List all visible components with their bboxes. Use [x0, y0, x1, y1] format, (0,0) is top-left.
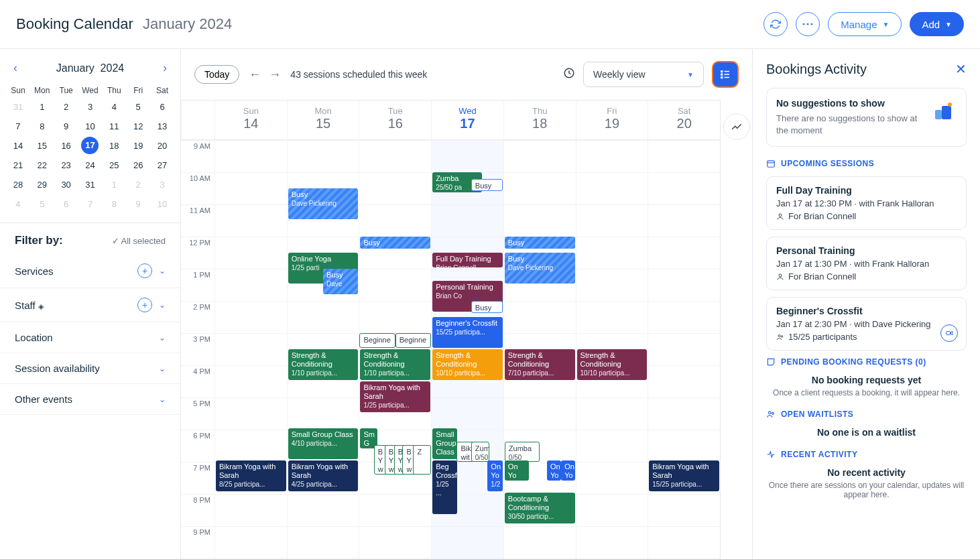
today-button[interactable]: Today [194, 65, 239, 84]
mini-calendar-day[interactable]: 9 [55, 117, 78, 135]
mini-calendar-day[interactable]: 6 [55, 195, 78, 213]
mini-calendar-day[interactable]: 8 [103, 195, 125, 213]
mini-calendar-day[interactable]: 1 [103, 176, 125, 194]
calendar-event[interactable]: On Yo [561, 460, 574, 481]
mini-calendar-day[interactable]: 14 [7, 137, 29, 155]
mini-calendar-day[interactable]: 27 [151, 156, 174, 174]
calendar-event[interactable]: BusyDave Pickering [505, 253, 575, 284]
mini-calendar-day[interactable]: 31 [7, 98, 29, 116]
calendar-event[interactable]: Beginne [395, 333, 431, 348]
mini-calendar-day[interactable]: 31 [79, 176, 102, 194]
upcoming-session-card[interactable]: Personal TrainingJan 17 at 1:30 PM · wit… [766, 237, 967, 290]
add-filter-icon[interactable]: + [137, 263, 152, 278]
calendar-event[interactable]: Strength & Conditioning1/10 participa... [360, 349, 430, 380]
upcoming-session-card[interactable]: Full Day TrainingJan 17 at 12:30 PM · wi… [766, 176, 967, 230]
filter-row-location[interactable]: Location⌄ [0, 322, 180, 353]
mini-calendar-day[interactable]: 10 [151, 195, 174, 213]
manage-button[interactable]: Manage ▼ [828, 12, 902, 36]
add-button[interactable]: Add ▼ [910, 12, 964, 36]
prev-month-button[interactable]: ‹ [11, 58, 20, 78]
day-header[interactable]: Wed17 [431, 101, 503, 139]
day-header[interactable]: Sat20 [648, 101, 720, 139]
mini-calendar-day[interactable]: 2 [127, 176, 149, 194]
calendar-event[interactable]: Beginne [359, 333, 395, 348]
calendar-event[interactable]: Strength & Conditioning10/10 participa..… [432, 349, 503, 380]
mini-calendar-day[interactable]: 11 [103, 117, 125, 135]
view-select[interactable]: Weekly view ▼ [583, 62, 704, 87]
calendar-event[interactable]: Bikram Yoga with Sarah1/25 participa... [360, 381, 430, 412]
mini-calendar-day[interactable]: 30 [55, 176, 78, 194]
close-button[interactable]: ✕ [955, 61, 967, 77]
mic-icon[interactable] [563, 67, 575, 82]
mini-calendar-day[interactable]: 25 [103, 156, 125, 174]
next-month-button[interactable]: › [160, 58, 170, 78]
mini-calendar-day[interactable]: 17 [81, 137, 99, 154]
calendar-event[interactable]: On Yo17/ [505, 460, 529, 481]
mini-calendar-day[interactable]: 28 [7, 176, 29, 194]
mini-calendar-day[interactable]: 9 [127, 195, 149, 213]
list-view-button[interactable] [712, 61, 739, 88]
calendar-event[interactable]: Zumba0/50 [505, 442, 540, 462]
mini-calendar-day[interactable]: 26 [127, 156, 149, 174]
calendar-event[interactable]: Bikram Yoga with Sarah4/25 participa... [288, 460, 359, 491]
day-header[interactable]: Thu18 [503, 101, 576, 139]
calendar-event[interactable]: Bikram Yoga with Sarah15/25 participa... [649, 460, 719, 491]
calendar-event[interactable]: Strength & Conditioning1/10 participa... [288, 349, 359, 380]
calendar-event[interactable]: Full Day TrainingBrian Connell [432, 253, 503, 267]
day-column[interactable]: Bikram Yoga with Sarah15/25 participa... [648, 140, 720, 559]
day-header[interactable]: Fri19 [576, 101, 648, 139]
day-column[interactable]: BusyDave PickeringOnline Yoga1/25 partiB… [287, 140, 359, 559]
prev-week-button[interactable]: ← [249, 68, 261, 82]
mini-calendar-day[interactable]: 22 [31, 156, 54, 174]
calendar-event[interactable]: Strength & Conditioning10/10 participa..… [577, 349, 648, 380]
mini-calendar-day[interactable]: 10 [79, 117, 102, 135]
mini-calendar-day[interactable]: 5 [31, 195, 54, 213]
mini-calendar-day[interactable]: 1 [31, 98, 54, 116]
filter-row-session-availability[interactable]: Session availability⌄ [0, 353, 180, 384]
mini-calendar-day[interactable]: 19 [127, 137, 149, 155]
mini-calendar-day[interactable]: 16 [55, 137, 78, 155]
calendar-event[interactable]: Small Group Class4/10 participa... [288, 428, 359, 459]
refresh-button[interactable] [763, 12, 788, 36]
calendar-event[interactable]: Bikram Yoga with Sarah8/25 participa... [216, 460, 286, 491]
calendar-event[interactable]: On Yo1/2 [487, 460, 502, 491]
day-column[interactable]: Zumba25/50 paBusyFull Day TrainingBrian … [431, 140, 503, 559]
mini-calendar-day[interactable]: 8 [31, 117, 54, 135]
calendar-event[interactable]: Zumba0/50 [471, 442, 489, 462]
day-header[interactable]: Sun14 [215, 101, 287, 139]
mini-calendar-day[interactable]: 12 [127, 117, 149, 135]
day-column[interactable]: Strength & Conditioning10/10 participa..… [576, 140, 648, 559]
mini-calendar-day[interactable]: 23 [55, 156, 78, 174]
mini-calendar-day[interactable]: 4 [103, 98, 125, 116]
filter-row-services[interactable]: Services+⌄ [0, 254, 180, 288]
day-header[interactable]: Tue16 [359, 101, 431, 139]
calendar-event[interactable]: BusyDave Pickering [288, 188, 359, 219]
calendar-event[interactable]: Beg Crossfit1/25 ... [432, 460, 456, 514]
calendar-event[interactable]: Busy [471, 179, 503, 191]
mini-calendar-day[interactable]: 15 [31, 137, 54, 155]
mini-calendar-day[interactable]: 7 [7, 117, 29, 135]
calendar-event[interactable]: Busy [360, 237, 430, 249]
mini-calendar-day[interactable]: 20 [151, 137, 174, 155]
next-week-button[interactable]: → [269, 68, 281, 82]
upcoming-session-card[interactable]: Beginner's CrossfitJan 17 at 2:30 PM · w… [766, 297, 967, 351]
analytics-button[interactable] [723, 113, 750, 140]
mini-calendar-day[interactable]: 3 [79, 98, 102, 116]
day-column[interactable]: Bikram Yoga with Sarah8/25 participa... [215, 140, 287, 559]
calendar-event[interactable]: Busy [471, 301, 503, 313]
calendar-event[interactable]: On Yo [547, 460, 561, 481]
day-column[interactable]: BusyBeginneBeginneStrength & Conditionin… [359, 140, 431, 559]
mini-calendar-day[interactable]: 5 [127, 98, 149, 116]
mini-calendar-day[interactable]: 2 [55, 98, 78, 116]
add-filter-icon[interactable]: + [137, 298, 152, 312]
filter-row-other-events[interactable]: Other events⌄ [0, 384, 180, 415]
calendar-event[interactable]: Strength & Conditioning7/10 participa... [505, 349, 575, 380]
mini-calendar-day[interactable]: 21 [7, 156, 29, 174]
calendar-event[interactable]: Z [413, 445, 431, 475]
filter-row-staff[interactable]: Staff ◈+⌄ [0, 288, 180, 322]
calendar-event[interactable]: Busy [505, 237, 575, 249]
calendar-event[interactable]: Beginner's Crossfit15/25 participa... [432, 317, 503, 348]
day-header[interactable]: Mon15 [287, 101, 359, 139]
more-button[interactable] [796, 12, 820, 36]
mini-calendar-day[interactable]: 13 [151, 117, 174, 135]
